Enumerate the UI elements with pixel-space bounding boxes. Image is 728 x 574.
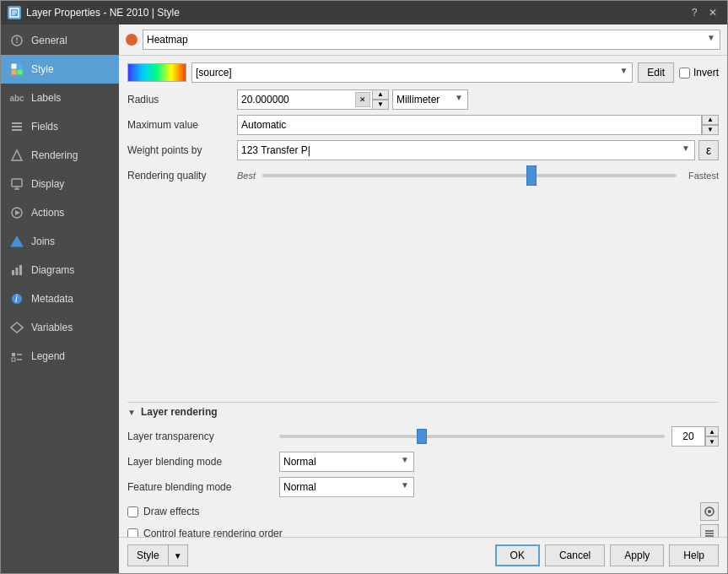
svg-rect-15 xyxy=(12,179,22,187)
close-title-button[interactable]: ✕ xyxy=(705,5,720,20)
svg-marker-26 xyxy=(11,322,23,333)
max-value-wrapper: ▲ ▼ xyxy=(237,115,719,135)
max-value-up[interactable]: ▲ xyxy=(702,115,719,125)
control-order-settings-button[interactable] xyxy=(700,524,719,537)
main-panel: Heatmap [source] Edit xyxy=(119,24,727,573)
help-button[interactable]: Help xyxy=(669,544,719,566)
max-value-input[interactable] xyxy=(237,115,702,135)
transparency-thumb[interactable] xyxy=(417,429,427,444)
svg-point-32 xyxy=(708,510,711,513)
invert-row: Invert xyxy=(679,67,719,79)
diagrams-icon xyxy=(9,263,24,278)
svg-marker-14 xyxy=(12,150,22,160)
legend-icon xyxy=(9,349,24,364)
draw-effects-settings-button[interactable] xyxy=(700,502,719,521)
transparency-value-input[interactable]: 20 xyxy=(671,426,705,447)
quality-track xyxy=(262,174,677,177)
ok-button[interactable]: OK xyxy=(495,544,540,566)
radius-input-wrapper: 20.000000 ✕ ▲ ▼ Millimeter Pixel Po xyxy=(237,89,719,110)
svg-rect-29 xyxy=(12,358,15,361)
sidebar-label-rendering: Rendering xyxy=(31,149,78,161)
collapse-arrow[interactable]: ▼ xyxy=(127,408,136,417)
max-value-down[interactable]: ▼ xyxy=(702,125,719,135)
quality-content: Best Fastest xyxy=(237,165,719,186)
sidebar: General Style abc Labels Fi xyxy=(1,24,119,573)
sidebar-item-general[interactable]: General xyxy=(1,26,119,55)
sidebar-item-joins[interactable]: Joins xyxy=(1,227,119,256)
heatmap-dot xyxy=(126,34,138,46)
style-arrow-button[interactable]: ▼ xyxy=(168,544,188,566)
sidebar-label-style: Style xyxy=(31,63,54,75)
quality-best-label: Best xyxy=(237,171,256,181)
rendering-icon xyxy=(9,148,24,163)
quality-thumb[interactable] xyxy=(526,165,537,186)
source-select[interactable]: [source] xyxy=(191,62,633,83)
svg-rect-13 xyxy=(12,129,22,131)
style-btn-wrapper: Style ▼ xyxy=(127,544,188,566)
dialog-buttons: OK Cancel Apply Help xyxy=(495,544,719,566)
style-main-button[interactable]: Style xyxy=(127,544,168,566)
draw-effects-checkbox[interactable] xyxy=(127,506,138,517)
weight-label: Weight points by xyxy=(127,144,237,156)
radius-up-button[interactable]: ▲ xyxy=(372,89,389,100)
svg-rect-7 xyxy=(12,64,16,68)
form-area: [source] Edit Invert Radius 20.000000 xyxy=(119,56,727,537)
heatmap-row: Heatmap xyxy=(119,24,727,56)
sidebar-item-metadata[interactable]: i Metadata xyxy=(1,284,119,313)
draw-effects-row: Draw effects xyxy=(127,502,719,521)
sidebar-item-rendering[interactable]: Rendering xyxy=(1,141,119,170)
radius-clear-button[interactable]: ✕ xyxy=(355,92,370,107)
sidebar-item-labels[interactable]: abc Labels xyxy=(1,84,119,112)
sidebar-item-variables[interactable]: Variables xyxy=(1,313,119,342)
renderer-select[interactable]: Heatmap xyxy=(143,30,720,50)
radius-spin-wrapper: 20.000000 ✕ ▲ ▼ xyxy=(237,89,389,110)
svg-rect-22 xyxy=(16,268,19,275)
layer-blend-select[interactable]: Normal Multiply Screen xyxy=(279,452,414,472)
fields-icon xyxy=(9,119,24,134)
quality-slider-container xyxy=(262,165,677,186)
svg-rect-27 xyxy=(12,353,15,356)
unit-select[interactable]: Millimeter Pixel Point xyxy=(392,89,468,110)
expression-button[interactable]: ε xyxy=(698,140,719,160)
svg-rect-10 xyxy=(18,70,22,74)
sidebar-item-actions[interactable]: Actions xyxy=(1,198,119,227)
apply-button[interactable]: Apply xyxy=(610,544,664,566)
svg-rect-12 xyxy=(12,126,22,127)
sidebar-item-diagrams[interactable]: Diagrams xyxy=(1,256,119,284)
bottom-bar: Style ▼ OK Cancel Apply Help xyxy=(119,537,727,573)
transparency-spinners: ▲ ▼ xyxy=(705,426,719,447)
weight-row: Weight points by 123 Transfer P| ε xyxy=(127,140,719,160)
transparency-down[interactable]: ▼ xyxy=(705,436,719,447)
svg-marker-20 xyxy=(11,236,23,246)
sidebar-item-legend[interactable]: Legend xyxy=(1,342,119,371)
sidebar-item-fields[interactable]: Fields xyxy=(1,112,119,141)
cancel-button[interactable]: Cancel xyxy=(545,544,605,566)
sidebar-item-style[interactable]: Style xyxy=(1,55,119,84)
metadata-icon: i xyxy=(9,291,24,306)
transparency-up[interactable]: ▲ xyxy=(705,426,719,436)
sidebar-label-labels: Labels xyxy=(31,92,61,104)
feature-blend-row: Feature blending mode Normal Multiply Sc… xyxy=(127,477,719,497)
sidebar-label-general: General xyxy=(31,35,67,46)
radius-down-button[interactable]: ▼ xyxy=(372,100,389,110)
feature-blend-select[interactable]: Normal Multiply Screen xyxy=(279,477,414,497)
sidebar-label-metadata: Metadata xyxy=(31,293,73,305)
max-value-label: Maximum value xyxy=(127,119,237,131)
sidebar-item-display[interactable]: Display xyxy=(1,170,119,198)
sidebar-label-diagrams: Diagrams xyxy=(31,264,74,276)
app-icon xyxy=(8,6,21,19)
color-gradient[interactable] xyxy=(127,63,186,82)
svg-text:i: i xyxy=(15,293,18,305)
invert-checkbox[interactable] xyxy=(679,68,690,79)
quality-fastest-label: Fastest xyxy=(688,171,719,181)
transparency-label: Layer transparency xyxy=(127,430,279,442)
radius-label: Radius xyxy=(127,94,237,106)
help-title-button[interactable]: ? xyxy=(687,5,702,20)
weight-select[interactable]: 123 Transfer P| xyxy=(237,140,695,160)
layer-rendering-title: Layer rendering xyxy=(141,406,218,418)
control-order-checkbox[interactable] xyxy=(127,528,138,538)
edit-button[interactable]: Edit xyxy=(638,62,674,83)
svg-rect-9 xyxy=(12,70,16,74)
sidebar-label-legend: Legend xyxy=(31,350,65,362)
general-icon xyxy=(9,33,24,48)
